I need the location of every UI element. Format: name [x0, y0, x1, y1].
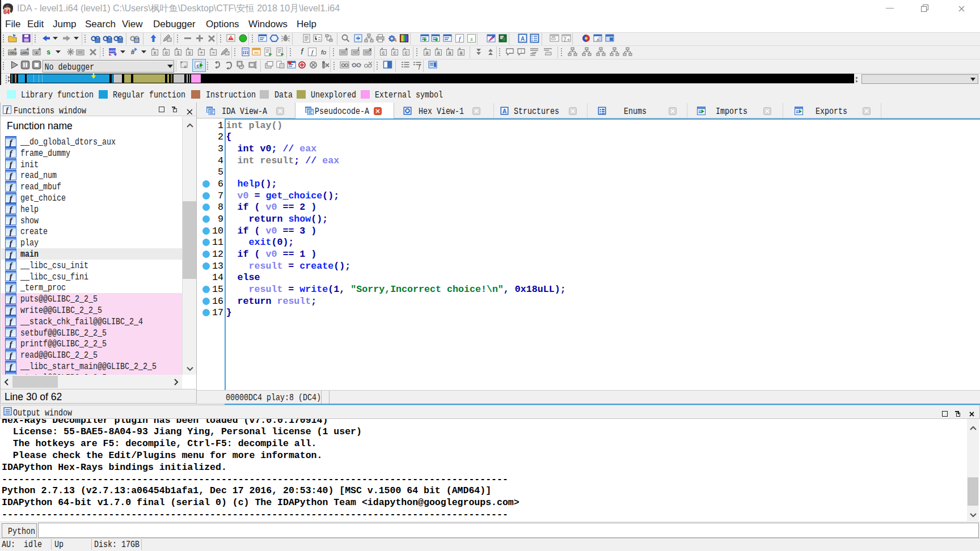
- svg-text:A: A: [35, 52, 37, 55]
- svg-text:a: a: [448, 50, 451, 56]
- svg-text:A: A: [521, 36, 525, 42]
- svg-text:a: a: [425, 50, 428, 56]
- svg-text:+: +: [14, 47, 16, 52]
- svg-text:+: +: [345, 47, 348, 52]
- svg-text:64: 64: [3, 9, 10, 15]
- svg-text:x: x: [369, 47, 371, 52]
- svg-text:fo: fo: [321, 49, 326, 56]
- svg-text:c: c: [382, 50, 385, 56]
- svg-text:DATA: DATA: [108, 49, 117, 53]
- svg-text:1: 1: [176, 50, 179, 56]
- svg-text:~: ~: [212, 50, 214, 56]
- svg-text::: :: [509, 49, 510, 54]
- svg-text:!: !: [521, 49, 522, 54]
- svg-text:CODE: CODE: [8, 52, 17, 55]
- svg-text:a: a: [459, 50, 462, 56]
- svg-text:c: c: [404, 50, 407, 56]
- svg-text:s: s: [47, 48, 50, 56]
- svg-text:#: #: [131, 48, 135, 56]
- svg-text:o: o: [164, 50, 167, 56]
- svg-text:+: +: [26, 47, 29, 52]
- svg-text:DATA: DATA: [20, 52, 29, 55]
- svg-text:a: a: [597, 36, 599, 42]
- svg-text:c: c: [184, 64, 187, 69]
- svg-text:A: A: [502, 108, 506, 115]
- svg-text:+: +: [200, 50, 202, 56]
- svg-text:s: s: [470, 35, 472, 42]
- svg-text:s: s: [188, 50, 191, 56]
- svg-text:a: a: [437, 50, 440, 56]
- svg-text:x: x: [153, 50, 156, 56]
- svg-text:+: +: [38, 47, 41, 52]
- svg-text:c: c: [393, 50, 396, 56]
- svg-text:f: f: [301, 47, 305, 56]
- svg-text:c: c: [196, 63, 199, 69]
